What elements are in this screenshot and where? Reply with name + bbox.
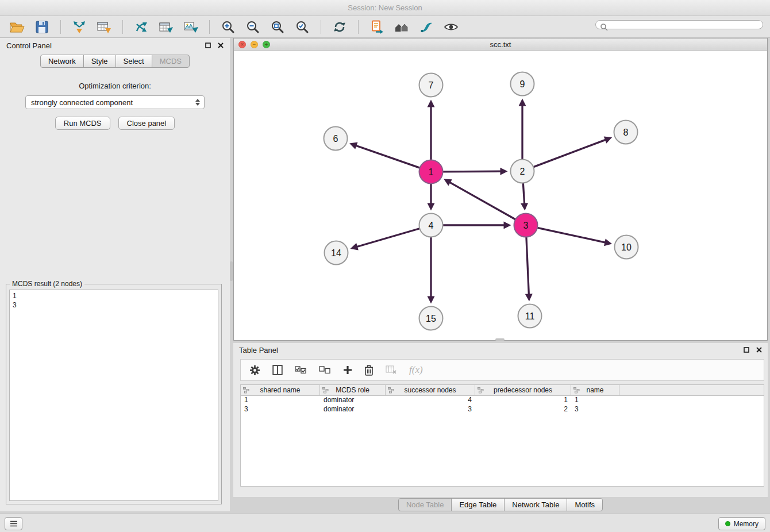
- arrowhead-4-14: [350, 243, 358, 250]
- home-button[interactable]: [391, 18, 412, 36]
- brush-icon: [419, 21, 433, 33]
- export-image-icon: [183, 20, 198, 34]
- zoom-out-button[interactable]: [242, 18, 263, 36]
- zoom-fit-button[interactable]: [267, 18, 288, 36]
- table-settings-button[interactable]: [249, 365, 260, 376]
- panel-splitter[interactable]: [230, 261, 233, 281]
- export-table-icon: [159, 20, 174, 34]
- main-toolbar: [0, 16, 770, 38]
- tab-select[interactable]: Select: [116, 55, 152, 68]
- optimization-select-value: strongly connected component: [31, 98, 133, 107]
- control-panel: Control Panel NetworkStyleSelectMCDS Opt…: [0, 38, 230, 511]
- table-row[interactable]: 3dominator323: [241, 405, 764, 414]
- window-splitter[interactable]: [495, 338, 505, 341]
- deselect-all-button[interactable]: [319, 366, 331, 374]
- edge-1-6[interactable]: [356, 146, 419, 168]
- checked-boxes-icon: [295, 366, 307, 374]
- close-window-icon[interactable]: ×: [238, 41, 246, 48]
- edge-3-10[interactable]: [538, 228, 605, 242]
- mcds-result-item[interactable]: 3: [10, 300, 218, 310]
- arrowhead-1-6: [349, 142, 357, 149]
- search-input[interactable]: [595, 20, 763, 29]
- arrowhead-2-9: [519, 99, 526, 106]
- show-details-button[interactable]: [441, 18, 461, 36]
- refresh-button[interactable]: [329, 18, 350, 36]
- close-panel-icon[interactable]: [218, 41, 224, 50]
- select-all-button[interactable]: [295, 366, 307, 374]
- apply-style-button[interactable]: [416, 18, 437, 36]
- tab-style[interactable]: Style: [83, 55, 116, 68]
- arrowhead-1-4: [428, 203, 435, 211]
- tab-node-table[interactable]: Node Table: [398, 498, 452, 511]
- eye-icon: [444, 22, 459, 32]
- tab-mcds[interactable]: MCDS: [152, 55, 190, 68]
- tab-network[interactable]: Network: [40, 55, 84, 68]
- optimization-select[interactable]: strongly connected component: [25, 95, 205, 109]
- export-image-button[interactable]: [180, 18, 201, 36]
- table-cell: 1: [241, 396, 320, 405]
- edge-3-1[interactable]: [451, 183, 515, 219]
- arrowhead-3-11: [525, 294, 533, 301]
- save-session-button[interactable]: [32, 18, 52, 36]
- network-window: × − + scc.txt 7968124314101511: [233, 38, 768, 341]
- network-graph[interactable]: 7968124314101511: [234, 51, 767, 341]
- column-header-name[interactable]: name: [571, 385, 619, 395]
- toolbar-separator: [122, 20, 123, 34]
- delete-table-button[interactable]: [386, 365, 397, 375]
- tab-network-table[interactable]: Network Table: [504, 498, 567, 511]
- table-row[interactable]: 1dominator411: [241, 396, 764, 405]
- open-session-button[interactable]: [7, 18, 28, 36]
- export-table-button[interactable]: [156, 18, 176, 36]
- status-bar: Memory: [0, 514, 770, 532]
- edge-4-14[interactable]: [357, 229, 419, 246]
- function-builder-button[interactable]: f(x): [409, 364, 423, 376]
- edge-1-2[interactable]: [443, 171, 500, 172]
- export-network-button[interactable]: [131, 18, 152, 36]
- column-header-shared-name[interactable]: shared name: [241, 385, 320, 395]
- memory-button[interactable]: Memory: [718, 517, 765, 530]
- import-style-button[interactable]: [367, 18, 387, 36]
- table-cell: 4: [386, 396, 475, 405]
- mcds-result-list[interactable]: 13: [9, 290, 218, 501]
- arrowhead-1-2: [500, 168, 507, 175]
- column-view-button[interactable]: [272, 365, 283, 375]
- search-box: [595, 20, 763, 34]
- close-panel-icon[interactable]: [756, 346, 762, 354]
- zoom-window-icon[interactable]: +: [263, 41, 270, 48]
- memory-button-label: Memory: [734, 520, 759, 528]
- edge-2-3[interactable]: [523, 183, 524, 203]
- network-window-titlebar[interactable]: × − + scc.txt: [234, 38, 767, 51]
- column-header-successor-nodes[interactable]: successor nodes: [386, 385, 475, 395]
- mcds-result-item[interactable]: 1: [10, 291, 218, 300]
- tab-motifs[interactable]: Motifs: [567, 498, 603, 511]
- toolbar-separator: [321, 20, 321, 34]
- import-table-button[interactable]: [94, 18, 114, 36]
- import-network-button[interactable]: [69, 18, 90, 36]
- trash-icon: [364, 365, 374, 376]
- edge-2-8[interactable]: [534, 140, 605, 167]
- node-table: shared nameMCDS rolesuccessor nodesprede…: [240, 384, 764, 487]
- sort-icon: [322, 387, 329, 395]
- edge-3-11[interactable]: [526, 237, 529, 294]
- unchecked-boxes-icon: [319, 366, 331, 374]
- close-panel-button[interactable]: Close panel: [118, 117, 175, 130]
- float-panel-icon[interactable]: [744, 346, 749, 354]
- toolbar-separator: [60, 20, 61, 34]
- column-header-label: MCDS role: [336, 386, 369, 394]
- command-tool-button[interactable]: [5, 517, 22, 530]
- network-canvas[interactable]: 7968124314101511: [234, 51, 767, 341]
- zoom-in-button[interactable]: [218, 18, 238, 36]
- table-panel-title: Table Panel: [239, 346, 278, 354]
- column-header-predecessor-nodes[interactable]: predecessor nodes: [475, 385, 571, 395]
- column-header-MCDS-role[interactable]: MCDS role: [320, 385, 386, 395]
- delete-row-button[interactable]: [364, 365, 374, 376]
- tab-edge-table[interactable]: Edge Table: [451, 498, 505, 511]
- float-panel-icon[interactable]: [205, 41, 211, 50]
- table-panel-header: Table Panel: [233, 343, 768, 357]
- minimize-window-icon[interactable]: −: [251, 41, 258, 48]
- add-row-button[interactable]: [343, 365, 352, 375]
- columns-icon: [272, 365, 283, 375]
- run-mcds-button[interactable]: Run MCDS: [55, 117, 110, 130]
- table-cell: dominator: [320, 405, 386, 414]
- zoom-selected-button[interactable]: [292, 18, 313, 36]
